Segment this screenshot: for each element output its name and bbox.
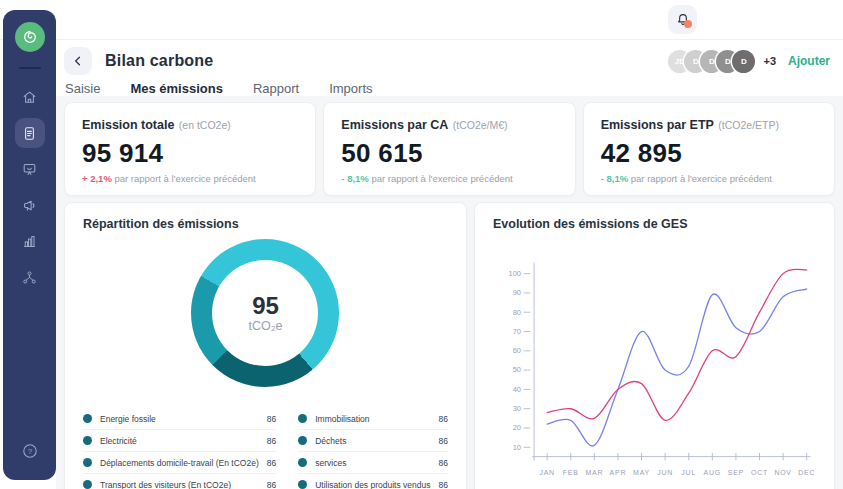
legend-bullet-icon xyxy=(298,414,307,423)
svg-text:30: 30 xyxy=(513,404,521,413)
legend-item: Energie fossile86 xyxy=(83,408,276,430)
kpi-value: 50 615 xyxy=(341,138,557,169)
legend-label: Immobilisation xyxy=(315,414,430,424)
line-chart-svg: 102030405060708090100JANFEBMARAPRMAYJUNJ… xyxy=(493,241,816,489)
avatar-stack: JDDDDD xyxy=(668,50,755,73)
line-chart: 102030405060708090100JANFEBMARAPRMAYJUNJ… xyxy=(493,241,816,489)
monitor-icon xyxy=(21,161,38,178)
sidebar-item-home[interactable] xyxy=(15,82,45,112)
megaphone-icon xyxy=(21,197,38,214)
svg-text:JUN: JUN xyxy=(657,469,673,476)
legend-bullet-icon xyxy=(83,480,92,489)
app-logo[interactable] xyxy=(15,22,45,52)
svg-text:APR: APR xyxy=(610,469,627,476)
legend-label: Déplacements domicile-travail (En tCO2e) xyxy=(100,458,259,468)
legend-bullet-icon xyxy=(83,436,92,445)
kpi-trend-percent: - 8,1% xyxy=(341,173,368,184)
spiral-logo-icon xyxy=(20,27,40,47)
bar-chart-icon xyxy=(21,233,38,250)
avatar-overflow-count: +3 xyxy=(763,55,776,67)
donut-center-value: 95 xyxy=(252,293,279,318)
legend-value: 86 xyxy=(439,458,448,468)
main-content: Emission totale (en tCO2e) 95 914 + 2,1%… xyxy=(56,96,843,489)
legend-label: services xyxy=(315,458,430,468)
svg-text:?: ? xyxy=(27,447,32,456)
question-circle-icon: ? xyxy=(21,442,39,460)
kpi-title: Emission totale xyxy=(82,118,174,132)
sidebar-item-presentation[interactable] xyxy=(15,154,45,184)
kpi-value: 95 914 xyxy=(82,138,298,169)
team-avatars: JDDDDD +3 Ajouter xyxy=(668,50,830,73)
notifications-button[interactable] xyxy=(668,5,697,34)
sidebar-help-button[interactable]: ? xyxy=(15,436,45,466)
charts-row: Répartition des émissions 95 tCO₂e Energ… xyxy=(64,202,835,489)
legend-item: services86 xyxy=(298,452,448,474)
legend-value: 86 xyxy=(267,414,276,424)
svg-text:SEP: SEP xyxy=(728,469,744,476)
legend-value: 86 xyxy=(439,436,448,446)
sidebar: ? xyxy=(3,10,56,480)
kpi-unit: (en tCO2e) xyxy=(179,119,231,131)
svg-text:80: 80 xyxy=(513,308,521,317)
svg-text:20: 20 xyxy=(513,423,521,432)
kpi-trend-text: par rapport à l'exercice précédent xyxy=(631,173,772,184)
kpi-card-emissions-par-etp: Emissions par ETP (tCO2e/ETP) 42 895 - 8… xyxy=(583,102,835,196)
kpi-trend-text: par rapport à l'exercice précédent xyxy=(371,173,512,184)
legend-value: 86 xyxy=(267,458,276,468)
legend-label: Electricité xyxy=(100,436,259,446)
page-header: Bilan carbone JDDDDD +3 Ajouter SaisieMe… xyxy=(56,40,843,96)
donut-center: 95 tCO₂e xyxy=(212,260,318,366)
avatar[interactable]: D xyxy=(732,50,755,73)
add-member-link[interactable]: Ajouter xyxy=(788,54,830,68)
line-series-s-rie-1 xyxy=(547,289,807,446)
legend-bullet-icon xyxy=(298,480,307,489)
sidebar-item-organization[interactable] xyxy=(15,262,45,292)
notification-badge-dot xyxy=(684,20,692,28)
chevron-left-icon xyxy=(71,54,85,68)
line-series-s-rie-2 xyxy=(547,269,807,420)
svg-text:100: 100 xyxy=(509,269,521,278)
sidebar-item-announcements[interactable] xyxy=(15,190,45,220)
kpi-value: 42 895 xyxy=(601,138,817,169)
svg-text:JUL: JUL xyxy=(681,469,696,476)
sidebar-item-statistics[interactable] xyxy=(15,226,45,256)
kpi-trend-text: par rapport à l'exercice précédent xyxy=(114,173,255,184)
legend-item: Transport des visiteurs (En tCO2e)86 xyxy=(83,474,276,489)
line-chart-card: Evolution des émissions de GES 102030405… xyxy=(474,202,835,489)
svg-text:10: 10 xyxy=(513,443,521,452)
legend-label: Utilisation des produits vendus xyxy=(315,480,430,489)
org-chart-icon xyxy=(21,269,38,286)
svg-text:NOV: NOV xyxy=(774,469,791,476)
svg-text:MAR: MAR xyxy=(585,469,603,476)
sidebar-item-documents[interactable] xyxy=(15,118,45,148)
line-chart-title: Evolution des émissions de GES xyxy=(493,217,816,231)
legend-bullet-icon xyxy=(83,458,92,467)
legend-value: 86 xyxy=(439,480,448,489)
svg-text:DEC: DEC xyxy=(798,469,815,476)
svg-text:50: 50 xyxy=(513,365,521,374)
svg-text:90: 90 xyxy=(513,288,521,297)
donut-center-unit: tCO₂e xyxy=(248,319,282,333)
legend-label: Déchets xyxy=(315,436,430,446)
legend-item: Utilisation des produits vendus86 xyxy=(298,474,448,489)
svg-text:FEB: FEB xyxy=(563,469,579,476)
legend-bullet-icon xyxy=(298,458,307,467)
document-icon xyxy=(21,125,38,142)
svg-text:OCT: OCT xyxy=(751,469,768,476)
legend-item: Electricité86 xyxy=(83,430,276,452)
svg-text:40: 40 xyxy=(513,385,521,394)
legend-value: 86 xyxy=(439,414,448,424)
kpi-row: Emission totale (en tCO2e) 95 914 + 2,1%… xyxy=(64,102,835,196)
legend-value: 86 xyxy=(267,480,276,489)
home-icon xyxy=(21,89,38,106)
page-title: Bilan carbone xyxy=(105,52,213,70)
legend-item: Immobilisation86 xyxy=(298,408,448,430)
donut-chart-title: Répartition des émissions xyxy=(83,217,448,231)
svg-text:70: 70 xyxy=(513,327,521,336)
kpi-unit: (tCO2e/ETP) xyxy=(718,119,779,131)
back-button[interactable] xyxy=(64,47,92,75)
kpi-card-emission-totale: Emission totale (en tCO2e) 95 914 + 2,1%… xyxy=(64,102,316,196)
kpi-unit: (tCO2e/M€) xyxy=(453,119,508,131)
kpi-title: Emissions par ETP xyxy=(601,118,714,132)
topbar xyxy=(0,0,843,40)
